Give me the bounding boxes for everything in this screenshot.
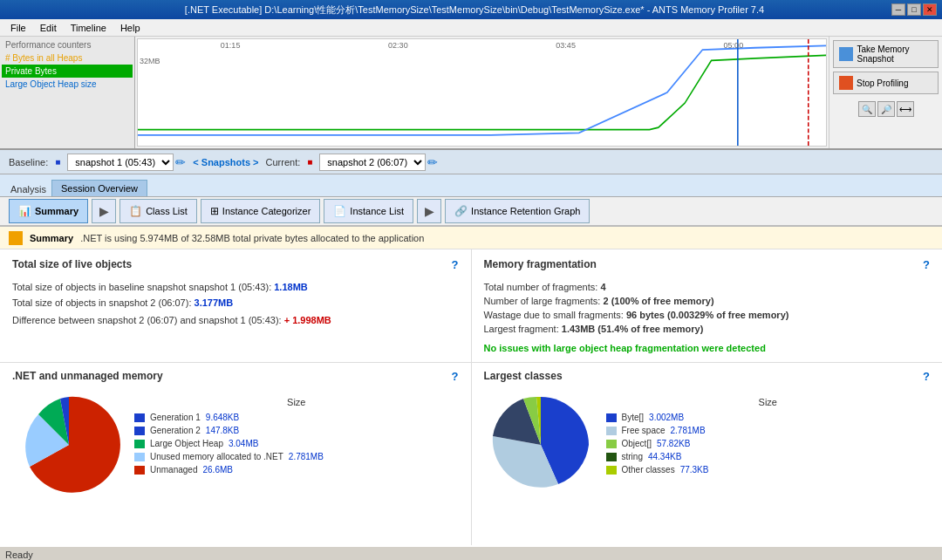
retention-graph-button[interactable]: 🔗 Instance Retention Graph <box>445 199 590 223</box>
maximize-button[interactable]: □ <box>907 3 921 16</box>
snapshots-nav[interactable]: < Snapshots > <box>193 157 258 167</box>
free-space-val: 2.781MB <box>671 426 706 435</box>
title-bar-text: [.NET Executable] D:\Learning\性能分析\TestM… <box>58 3 891 17</box>
status-bar: Ready <box>0 545 942 560</box>
current-select[interactable]: snapshot 2 (06:07) <box>319 154 426 171</box>
frag-val-1: 4 <box>600 282 605 292</box>
bottom-right-help-icon[interactable]: ? <box>923 370 930 383</box>
menu-timeline[interactable]: Timeline <box>64 21 113 35</box>
summary-label: Summary <box>35 206 78 216</box>
bottom-left-panel: .NET and unmanaged memory ? Size <box>0 363 472 545</box>
bottom-area: .NET and unmanaged memory ? Size <box>0 362 942 545</box>
gen1-label: Generation 1 <box>150 413 201 422</box>
time-label: 03:45 <box>556 41 576 50</box>
string-color <box>606 453 617 461</box>
instance-list-button[interactable]: 📄 Instance List <box>324 199 413 223</box>
title-bar: [.NET Executable] D:\Learning\性能分析\TestM… <box>0 0 942 19</box>
string-val: 44.34KB <box>648 452 681 461</box>
arrow-right-1[interactable]: ▶ <box>92 199 116 223</box>
session-overview-tab[interactable]: Session Overview <box>51 180 147 196</box>
net-memory-pie <box>12 388 126 502</box>
right-help-icon[interactable]: ? <box>923 258 930 271</box>
loh-val: 3.04MB <box>229 439 258 448</box>
zoom-fit-button[interactable]: ⟷ <box>897 101 914 117</box>
left-help-icon[interactable]: ? <box>452 258 459 271</box>
gen2-label: Generation 2 <box>150 426 201 435</box>
object-array-color <box>606 440 617 448</box>
frag-row-4: Largest fragment: 1.43MB (51.4% of free … <box>484 324 931 334</box>
timeline-graph <box>138 39 826 146</box>
largest-classes-legend: Size Byte[] 3.002MB Free space 2.781MB O… <box>606 388 931 538</box>
graph-icon: 🔗 <box>454 205 468 217</box>
bottom-left-title: .NET and unmanaged memory ? <box>12 370 459 383</box>
gen1-val: 9.648KB <box>206 413 239 422</box>
baseline-select[interactable]: snapshot 1 (05:43) <box>67 154 174 171</box>
minimize-button[interactable]: ─ <box>891 3 905 16</box>
legend-title-right: Size <box>606 397 931 407</box>
unused-label: Unused memory allocated to .NET <box>150 452 283 461</box>
current-indicator: ■ <box>307 157 312 167</box>
diff-val: + 1.998MB <box>284 315 331 325</box>
net-pie-svg <box>12 388 126 502</box>
size-label: 32MB <box>140 57 160 65</box>
zoom-controls: 🔍 🔎 ⟷ <box>833 101 939 117</box>
byte-array-label: Byte[] <box>622 413 645 422</box>
bottom-left-help-icon[interactable]: ? <box>452 370 459 383</box>
byte-array-val: 3.002MB <box>649 413 684 422</box>
unmanaged-label: Unmanaged <box>150 465 197 475</box>
perf-item-bytes[interactable]: # Bytes in all Heaps <box>2 51 133 65</box>
unmanaged-color <box>134 466 145 475</box>
other-classes-color <box>606 466 617 475</box>
legend-gen1: Generation 1 9.648KB <box>134 413 459 422</box>
stat-diff: Difference between snapshot 2 (06:07) an… <box>12 315 459 325</box>
toolbar: 📊 Summary ▶ 📋 Class List ⊞ Instance Cate… <box>0 197 942 227</box>
bottom-right-title: Largest classes ? <box>484 370 931 383</box>
instance-categorizer-button[interactable]: ⊞ Instance Categorizer <box>201 199 321 223</box>
perf-right-panel: Take Memory Snapshot Stop Profiling 🔍 🔎 … <box>829 37 942 148</box>
snapshot-bar: Baseline: ■ snapshot 1 (05:43) ✏ < Snaps… <box>0 150 942 174</box>
zoom-out-button[interactable]: 🔎 <box>877 101 895 117</box>
frag-val-2: 2 (100% of free memory) <box>603 296 713 306</box>
zoom-in-button[interactable]: 🔍 <box>858 101 876 117</box>
legend-other-classes: Other classes 77.3KB <box>606 465 931 475</box>
stop-icon <box>839 76 853 90</box>
menu-file[interactable]: File <box>3 21 33 35</box>
menu-edit[interactable]: Edit <box>33 21 64 35</box>
arrow-right-2[interactable]: ▶ <box>417 199 441 223</box>
current-edit-icon[interactable]: ✏ <box>427 155 438 169</box>
instance-list-icon: 📄 <box>333 205 346 217</box>
summary-button[interactable]: 📊 Summary <box>9 199 88 223</box>
menu-help[interactable]: Help <box>113 21 147 35</box>
categorizer-label: Instance Categorizer <box>222 206 311 216</box>
snapshot2-val: 3.177MB <box>195 297 234 308</box>
perf-item-large[interactable]: Large Object Heap size <box>2 78 133 91</box>
baseline-edit-icon[interactable]: ✏ <box>175 155 186 169</box>
object-array-label: Object[] <box>622 439 652 448</box>
snapshot-icon <box>839 47 853 61</box>
stop-profiling-button[interactable]: Stop Profiling <box>833 72 939 94</box>
menu-bar: File Edit Timeline Help <box>0 19 942 37</box>
stat-snapshot2: Total size of objects in snapshot 2 (06:… <box>12 297 459 308</box>
free-space-label: Free space <box>622 426 666 435</box>
take-snapshot-button[interactable]: Take Memory Snapshot <box>833 40 939 68</box>
gen1-color <box>134 413 145 422</box>
frag-val-4: 1.43MB (51.4% of free memory) <box>562 324 704 334</box>
legend-string: string 44.34KB <box>606 452 931 461</box>
legend-unmanaged: Unmanaged 26.6MB <box>134 465 459 475</box>
analysis-bar: Analysis Session Overview <box>0 174 942 197</box>
summary-bar-text: .NET is using 5.974MB of 32.58MB total p… <box>80 233 424 243</box>
class-list-icon: 📋 <box>129 205 142 217</box>
right-panel-title: Memory fragmentation ? <box>484 258 931 271</box>
perf-counters-title: Performance counters <box>2 38 133 51</box>
unmanaged-val: 26.6MB <box>202 465 232 475</box>
left-panel-title: Total size of live objects ? <box>12 258 459 271</box>
loh-label: Large Object Heap <box>150 439 223 448</box>
class-list-button[interactable]: 📋 Class List <box>119 199 197 223</box>
close-button[interactable]: ✕ <box>923 3 937 16</box>
summary-bar-icon <box>9 231 23 245</box>
largest-classes-chart: Size Byte[] 3.002MB Free space 2.781MB O… <box>484 388 931 538</box>
bottom-left-chart: Size Generation 1 9.648KB Generation 2 1… <box>12 388 459 538</box>
frag-val-3: 96 bytes (0.00329% of free memory) <box>626 310 788 320</box>
gen2-color <box>134 427 145 435</box>
perf-item-private[interactable]: Private Bytes <box>2 65 133 78</box>
